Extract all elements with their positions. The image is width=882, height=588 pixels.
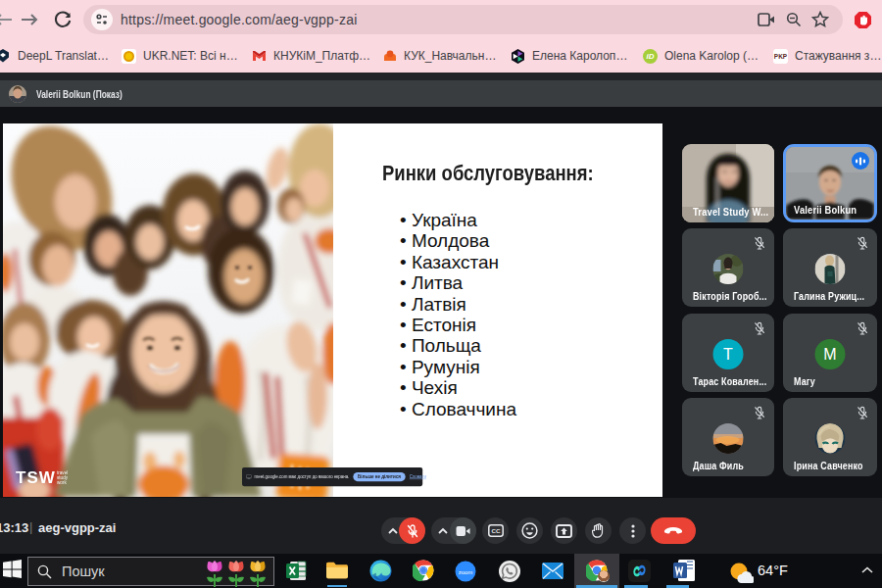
svg-text:CC: CC [491, 527, 500, 534]
svg-text:zoom: zoom [459, 569, 473, 575]
